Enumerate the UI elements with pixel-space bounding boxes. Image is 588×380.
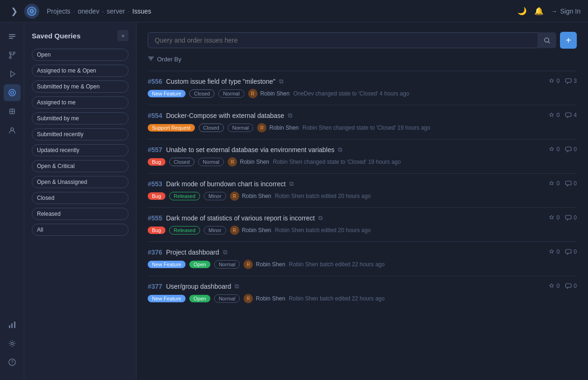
breadcrumb-issues[interactable]: Issues — [132, 7, 151, 15]
issue-title[interactable]: Custom issue field of type "milestone" — [166, 78, 275, 85]
tag-released[interactable]: Released — [169, 192, 200, 200]
tag-normal[interactable]: Normal — [228, 124, 253, 132]
vote-num: 0 — [557, 180, 560, 187]
tag-normal[interactable]: Normal — [198, 158, 224, 166]
issue-top-row: #556 Custom issue field of type "milesto… — [148, 78, 577, 85]
query-assigned-open[interactable]: Assigned to me & Open — [32, 65, 129, 77]
issue-number[interactable]: #556 — [148, 78, 162, 85]
comment-num: 3 — [574, 78, 577, 84]
issue-number[interactable]: #557 — [148, 146, 162, 153]
copy-icon[interactable]: ⧉ — [318, 214, 323, 222]
issue-assignee: R Robin Shen — [230, 226, 272, 235]
tag-normal[interactable]: Normal — [214, 260, 240, 269]
query-closed[interactable]: Closed — [32, 192, 129, 204]
tag-open[interactable]: Open — [189, 261, 210, 268]
issue-title[interactable]: Dark mode of burndown chart is incorrect — [166, 180, 286, 188]
sidebar-item-milestone[interactable] — [4, 103, 21, 120]
vote-count: 0 — [548, 180, 560, 187]
svg-rect-15 — [14, 322, 15, 328]
sidebar-item-stats[interactable] — [4, 316, 21, 333]
tag-bug[interactable]: Bug — [148, 158, 165, 166]
query-submitted-recently[interactable]: Submitted recently — [32, 128, 129, 140]
bell-icon[interactable]: 🔔 — [534, 6, 544, 16]
copy-icon[interactable]: ⧉ — [288, 112, 292, 119]
avatar: R — [228, 157, 237, 167]
issue-top-row: #377 User/group dashboard ⧉ 0 0 — [148, 283, 577, 290]
issue-title[interactable]: Dark mode of statistics of various repor… — [166, 214, 315, 222]
breadcrumb-onedev[interactable]: onedev — [78, 7, 99, 15]
moon-icon[interactable]: 🌙 — [517, 6, 527, 16]
sidebar-item-git[interactable] — [4, 47, 21, 64]
sidebar-item-help[interactable]: ? — [4, 354, 21, 371]
svg-rect-20 — [566, 79, 571, 82]
issue-title[interactable]: Unable to set external database via envi… — [166, 146, 334, 153]
query-updated-recently[interactable]: Updated recently — [32, 144, 129, 156]
copy-icon[interactable]: ⧉ — [279, 78, 283, 85]
issue-title[interactable]: User/group dashboard — [166, 283, 231, 290]
logo: O — [24, 4, 39, 19]
search-input[interactable] — [148, 32, 556, 48]
breadcrumb-server[interactable]: server — [107, 7, 125, 15]
vote-count: 0 — [548, 248, 560, 255]
issue-number[interactable]: #553 — [148, 180, 162, 188]
tag-closed[interactable]: Closed — [169, 158, 194, 166]
issue-title[interactable]: Docker-Compose with external database — [166, 112, 284, 119]
tag-closed[interactable]: Closed — [189, 89, 215, 98]
query-all[interactable]: All — [32, 224, 129, 236]
query-submitted[interactable]: Submitted by me — [32, 112, 129, 124]
copy-icon[interactable]: ⧉ — [223, 248, 227, 256]
query-released[interactable]: Released — [32, 208, 129, 220]
issue-title[interactable]: Project dashboard — [166, 248, 219, 256]
order-by-label: Order By — [157, 56, 181, 63]
vote-count: 0 — [548, 283, 560, 289]
tag-new-feature[interactable]: New Feature — [148, 261, 186, 268]
query-open[interactable]: Open — [32, 49, 129, 61]
tag-normal[interactable]: Normal — [218, 89, 244, 98]
tag-bug[interactable]: Bug — [148, 227, 165, 234]
tag-closed[interactable]: Closed — [199, 124, 224, 132]
sidebar-item-deploy[interactable] — [4, 122, 21, 139]
issue-title-row: #554 Docker-Compose with external databa… — [148, 112, 292, 119]
activity-text: Robin Shen batch edited 20 hours ago — [275, 227, 371, 234]
add-issue-button[interactable]: + — [560, 32, 577, 49]
query-open-critical[interactable]: Open & Critical — [32, 160, 129, 172]
svg-point-9 — [9, 89, 15, 96]
saved-queries-close-button[interactable]: × — [117, 30, 129, 41]
tag-open[interactable]: Open — [189, 295, 210, 302]
tag-bug[interactable]: Bug — [148, 192, 165, 200]
search-button[interactable] — [538, 32, 556, 48]
tag-released[interactable]: Released — [169, 226, 200, 234]
avatar: R — [230, 226, 239, 235]
order-by-row[interactable]: Order By — [148, 55, 577, 63]
tag-normal[interactable]: Normal — [214, 294, 240, 303]
sidebar-item-settings[interactable] — [4, 335, 21, 352]
avatar: R — [244, 294, 253, 303]
tag-support[interactable]: Support Request — [148, 124, 195, 132]
issue-assignee: R Robin Shen — [228, 157, 269, 167]
copy-icon[interactable]: ⧉ — [338, 146, 342, 153]
svg-rect-2 — [9, 34, 15, 35]
query-assigned[interactable]: Assigned to me — [32, 96, 129, 109]
copy-icon[interactable]: ⧉ — [235, 283, 239, 290]
tag-minor[interactable]: Minor — [204, 192, 226, 200]
sidebar-item-issues[interactable] — [4, 84, 21, 101]
breadcrumb-projects[interactable]: Projects — [47, 7, 71, 15]
issue-number[interactable]: #376 — [148, 248, 162, 256]
issue-meta-right: 0 4 — [548, 112, 577, 118]
issue-number[interactable]: #555 — [148, 214, 162, 222]
tag-minor[interactable]: Minor — [204, 226, 226, 234]
topnav-right: 🌙 🔔 → Sign In — [517, 6, 581, 16]
tag-new-feature[interactable]: New Feature — [148, 295, 186, 302]
sidebar-item-home[interactable] — [4, 28, 21, 45]
comment-count: 0 — [565, 180, 577, 187]
query-submitted-open[interactable]: Submitted by me & Open — [32, 80, 129, 93]
copy-icon[interactable]: ⧉ — [289, 180, 294, 188]
sidebar-item-build[interactable] — [4, 66, 21, 82]
tag-new-feature[interactable]: New Feature — [148, 90, 186, 97]
issue-number[interactable]: #554 — [148, 112, 162, 119]
sidebar-toggle[interactable]: ❯ — [7, 5, 21, 18]
issue-number[interactable]: #377 — [148, 283, 162, 290]
query-open-unassigned[interactable]: Open & Unassigned — [32, 176, 129, 188]
assignee-name: Robin Shen — [242, 193, 272, 199]
signin-button[interactable]: → Sign In — [551, 7, 581, 15]
